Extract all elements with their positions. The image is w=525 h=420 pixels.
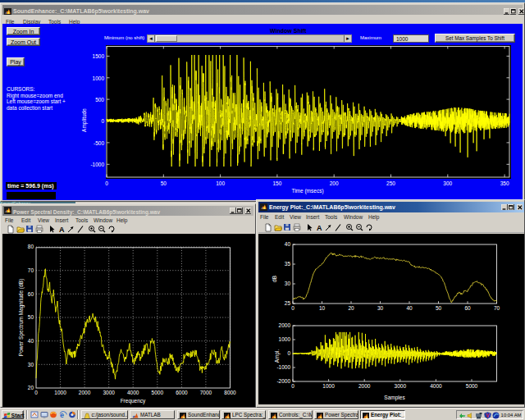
- svg-text:40: 40: [285, 241, 291, 247]
- svg-text:-1000: -1000: [276, 364, 290, 370]
- svg-text:3000: 3000: [103, 390, 115, 395]
- svg-text:Power Spectrum Magnitude (dB): Power Spectrum Magnitude (dB): [18, 279, 25, 356]
- svg-text:A: A: [59, 226, 65, 234]
- svg-text:25: 25: [285, 300, 291, 306]
- svg-text:3000: 3000: [395, 383, 407, 389]
- svg-text:Frequency: Frequency: [121, 398, 146, 404]
- svg-text:6000: 6000: [176, 390, 188, 395]
- svg-text:5000: 5000: [466, 383, 478, 389]
- svg-text:40: 40: [406, 305, 413, 311]
- svg-text:4000: 4000: [127, 390, 139, 395]
- svg-text:70: 70: [494, 305, 500, 311]
- svg-text:1000: 1000: [322, 383, 335, 389]
- svg-text:50: 50: [28, 314, 34, 320]
- svg-text:40: 40: [28, 338, 34, 344]
- svg-text:60: 60: [28, 291, 34, 297]
- svg-text:30: 30: [285, 281, 291, 286]
- svg-text:60: 60: [464, 305, 471, 311]
- svg-text:20: 20: [28, 385, 34, 390]
- svg-text:2000: 2000: [279, 322, 291, 328]
- svg-text:0: 0: [291, 383, 294, 389]
- svg-text:10: 10: [319, 305, 326, 311]
- svg-text:dB: dB: [272, 276, 277, 282]
- svg-text:0: 0: [287, 350, 290, 356]
- svg-text:80: 80: [28, 244, 34, 249]
- svg-text:70: 70: [28, 267, 34, 273]
- svg-text:5000: 5000: [152, 390, 164, 395]
- svg-text:30: 30: [28, 362, 34, 368]
- svg-text:Ampl.: Ampl.: [274, 349, 281, 363]
- svg-text:20: 20: [348, 305, 354, 311]
- svg-text:1000: 1000: [54, 390, 66, 395]
- svg-text:1000: 1000: [279, 336, 291, 342]
- svg-text:7000: 7000: [200, 390, 212, 395]
- svg-text:V: V: [486, 412, 490, 418]
- svg-text:4000: 4000: [430, 383, 442, 389]
- svg-text:-2000: -2000: [276, 378, 290, 384]
- svg-text:30: 30: [377, 305, 384, 311]
- svg-text:35: 35: [285, 261, 291, 267]
- svg-text:0: 0: [291, 305, 294, 311]
- svg-text:Samples: Samples: [384, 395, 405, 401]
- svg-text:A: A: [317, 224, 322, 232]
- svg-text:2000: 2000: [79, 390, 91, 395]
- svg-text:2000: 2000: [358, 383, 371, 389]
- svg-text:8000: 8000: [224, 390, 236, 395]
- svg-text:0: 0: [34, 390, 38, 395]
- svg-text:50: 50: [436, 305, 442, 311]
